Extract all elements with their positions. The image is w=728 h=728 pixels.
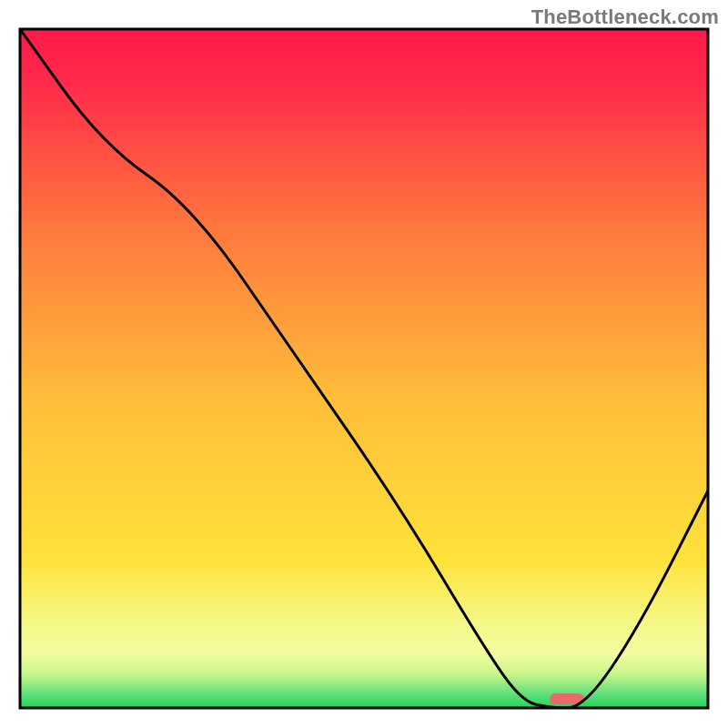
watermark-text: TheBottleneck.com: [531, 5, 719, 29]
bottleneck-chart: TheBottleneck.com: [0, 0, 728, 728]
chart-svg: [0, 0, 728, 728]
gradient-background: [20, 29, 708, 708]
